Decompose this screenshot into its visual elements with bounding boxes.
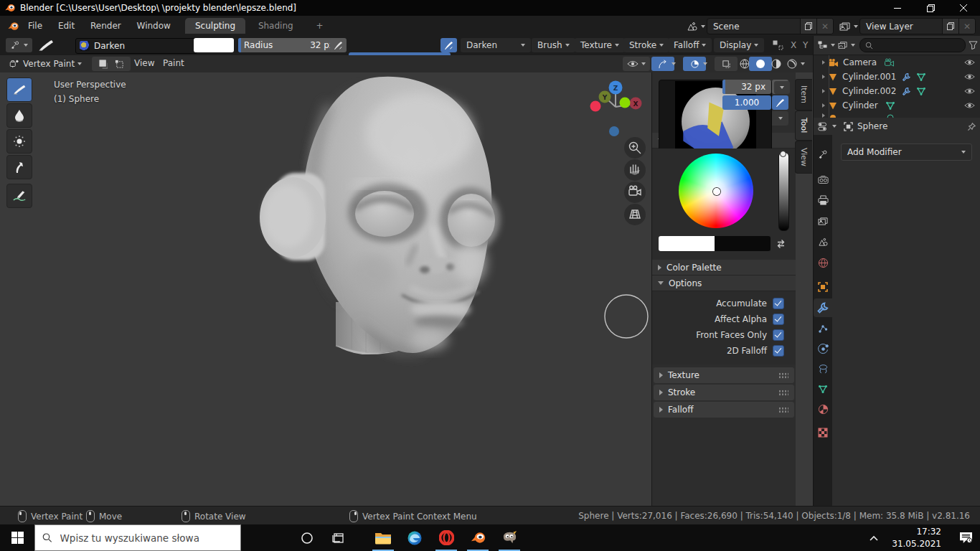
stroke-popover[interactable]: Stroke <box>623 38 669 52</box>
outliner-search-input[interactable] <box>859 38 966 52</box>
strength-pressure-button[interactable] <box>440 38 457 52</box>
file-explorer-button[interactable] <box>367 524 399 551</box>
menu-edit[interactable]: Edit <box>52 16 81 36</box>
start-button[interactable] <box>0 524 34 551</box>
hide-toggle[interactable] <box>964 102 975 109</box>
panel-grip-icon[interactable] <box>778 407 788 413</box>
gizmo-z-label[interactable]: Z <box>613 85 618 92</box>
edge-button[interactable] <box>399 524 430 551</box>
view-layer-field[interactable]: View Layer <box>860 22 942 32</box>
new-scene-button[interactable] <box>800 19 816 34</box>
outliner-display-mode-dropdown[interactable] <box>818 41 835 50</box>
perspective-toggle-button[interactable] <box>624 204 646 225</box>
tab-object-data-properties[interactable] <box>814 380 832 398</box>
falloff-popover[interactable]: Falloff <box>668 38 712 52</box>
2d-falloff-checkbox[interactable] <box>773 345 784 357</box>
sidebar-strength-slider[interactable]: 1.000 <box>722 95 771 110</box>
camera-view-button[interactable] <box>624 182 646 203</box>
brush-preview-collapse-button[interactable] <box>774 81 790 94</box>
hide-toggle[interactable] <box>964 59 975 66</box>
scene-icon[interactable] <box>687 22 705 32</box>
blender-menu-icon[interactable] <box>7 20 19 32</box>
paint-color-swatch[interactable] <box>194 38 234 52</box>
pin-id-button[interactable] <box>967 122 976 131</box>
brush-popover[interactable]: Brush <box>532 38 575 52</box>
tool-smear[interactable] <box>6 155 32 179</box>
minimize-button[interactable] <box>881 0 914 16</box>
tab-render-properties[interactable] <box>814 170 832 189</box>
outliner-row-cylinder[interactable]: Cylinder <box>814 98 980 113</box>
tool-draw-brush[interactable] <box>6 77 32 102</box>
tab-texture-properties[interactable] <box>814 423 832 442</box>
new-view-layer-button[interactable] <box>942 19 958 34</box>
brush-datablock-field[interactable]: Darken <box>75 38 197 54</box>
editor-type-button[interactable] <box>6 38 32 52</box>
display-popover[interactable]: Display <box>714 38 764 52</box>
sidebar-radius-slider[interactable]: 32 px <box>722 80 771 94</box>
tab-modifier-properties[interactable] <box>814 298 832 317</box>
gimp-taskbar-button[interactable] <box>494 524 525 551</box>
tool-blur[interactable] <box>6 103 32 128</box>
tab-material-properties[interactable] <box>814 400 832 418</box>
radius-slider[interactable]: Radius 32 px <box>238 38 340 52</box>
gizmo-minus-z-handle[interactable] <box>609 126 619 136</box>
snap-dropdown[interactable] <box>699 57 716 71</box>
taskbar-clock[interactable]: 17:32 31.05.2021 <box>892 526 941 550</box>
tab-world-properties[interactable] <box>814 253 832 272</box>
gizmo-plus-y-handle[interactable] <box>620 98 631 108</box>
outliner-filter-type-dropdown[interactable] <box>838 41 855 50</box>
taskbar-search[interactable] <box>34 524 241 551</box>
tab-active-tool[interactable] <box>814 145 832 164</box>
expand-icon[interactable] <box>822 103 825 108</box>
mode-dropdown[interactable]: Vertex Paint <box>4 57 86 71</box>
hide-toggle[interactable] <box>964 73 975 80</box>
pan-view-button[interactable] <box>624 159 646 181</box>
workspace-tab-shading[interactable]: Shading <box>248 18 303 34</box>
outliner-row-cylinder-001[interactable]: Cylinder.001 <box>814 70 980 84</box>
view-layer-icon[interactable] <box>839 22 858 32</box>
task-view-button[interactable] <box>323 524 354 551</box>
scene-name-field[interactable]: Scene <box>707 22 800 32</box>
active-brush-icon[interactable] <box>37 39 55 52</box>
outliner-row-cylinder-002[interactable]: Cylinder.002 <box>814 84 980 98</box>
tab-scene-properties[interactable] <box>814 232 832 251</box>
expand-icon[interactable] <box>822 89 825 93</box>
tab-object-properties[interactable] <box>814 278 832 296</box>
opera-button[interactable] <box>430 524 462 551</box>
accumulate-checkbox[interactable] <box>773 298 784 309</box>
shading-dropdown[interactable] <box>796 57 814 71</box>
panel-stroke-header[interactable]: Stroke <box>654 385 794 400</box>
menu-file[interactable]: File <box>22 16 49 36</box>
panel-options-header[interactable]: Options <box>652 276 796 291</box>
menu-window[interactable]: Window <box>131 16 177 36</box>
affect-alpha-checkbox[interactable] <box>773 314 784 325</box>
tab-particle-properties[interactable] <box>814 319 832 338</box>
tab-view-layer-properties[interactable] <box>814 212 832 230</box>
taskbar-search-input[interactable] <box>59 532 234 545</box>
panel-grip-icon[interactable] <box>778 372 788 379</box>
gizmo-x-label[interactable]: X <box>633 100 639 108</box>
outliner-row-clipped[interactable] <box>814 113 980 118</box>
radius-pressure-button[interactable] <box>330 38 347 52</box>
tool-average[interactable] <box>6 129 32 154</box>
menu-render[interactable]: Render <box>84 16 128 36</box>
cortana-button[interactable] <box>291 524 323 551</box>
properties-editor-type-button[interactable] <box>818 122 837 131</box>
swap-colors-button[interactable] <box>776 239 786 249</box>
zoom-view-button[interactable] <box>624 137 646 159</box>
expand-icon[interactable] <box>822 60 825 65</box>
add-modifier-dropdown[interactable]: Add Modifier <box>841 143 972 161</box>
tab-output-properties[interactable] <box>814 191 832 209</box>
gizmo-minus-x-handle[interactable] <box>590 101 601 112</box>
sidebar-strength-pressure[interactable] <box>772 95 788 110</box>
tab-constraint-properties[interactable] <box>814 359 832 378</box>
tab-physics-properties[interactable] <box>814 339 832 358</box>
secondary-color-swatch[interactable] <box>715 236 771 251</box>
viewport-menu-paint[interactable]: Paint <box>156 53 191 73</box>
remove-view-layer-button[interactable]: ✕ <box>958 19 975 34</box>
panel-texture-header[interactable]: Texture <box>654 367 794 383</box>
mirror-y-toggle[interactable]: Y <box>798 38 812 52</box>
sidebar-tab-tool[interactable]: Tool <box>795 110 812 141</box>
show-object-types-dropdown[interactable] <box>623 57 650 71</box>
hide-toggle[interactable] <box>964 88 975 95</box>
